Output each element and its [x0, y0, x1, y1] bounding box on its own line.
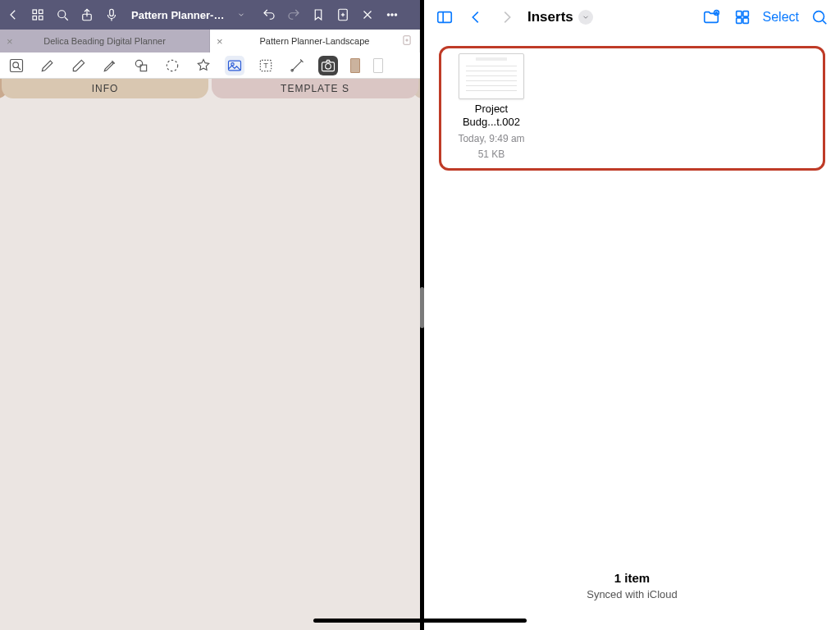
svg-point-14 — [387, 14, 389, 16]
file-item[interactable]: Project Budg...t.002 Today, 9:49 am 51 K… — [445, 53, 538, 162]
nav-back-icon[interactable] — [465, 7, 486, 28]
redo-icon[interactable] — [285, 7, 302, 23]
nav-forward-icon — [496, 7, 518, 28]
highlighter-tool-icon[interactable] — [100, 56, 120, 75]
svg-point-4 — [58, 11, 66, 18]
category-tab-info[interactable]: INFO — [2, 79, 208, 98]
tab-label: Pattern Planner-Landscape — [260, 36, 370, 46]
doc-tabbar: × Delica Beading Digital Planner × Patte… — [0, 30, 420, 52]
svg-line-22 — [18, 66, 21, 69]
svg-rect-0 — [33, 10, 37, 14]
svg-point-21 — [13, 62, 19, 67]
svg-point-30 — [291, 69, 294, 71]
chevron-down-icon — [578, 10, 593, 25]
svg-point-42 — [814, 11, 824, 22]
home-indicator[interactable] — [313, 619, 527, 623]
lasso-tool-icon[interactable] — [162, 56, 182, 75]
svg-rect-39 — [742, 11, 747, 16]
tab-close-icon[interactable]: × — [217, 35, 223, 48]
item-count: 1 item — [424, 571, 840, 585]
svg-rect-41 — [742, 18, 747, 23]
location-dropdown[interactable]: Inserts — [527, 9, 593, 25]
image-tool-icon[interactable] — [225, 56, 244, 75]
svg-rect-38 — [736, 11, 741, 16]
search-icon[interactable] — [809, 7, 830, 28]
files-grid: Project Budg...t.002 Today, 9:49 am 51 K… — [424, 34, 840, 571]
svg-point-25 — [167, 60, 177, 71]
goodnotes-pane: Pattern Planner-La... × Delica Beading D… — [0, 0, 420, 630]
tab-label: Delica Beading Digital Planner — [43, 36, 166, 46]
file-size: 51 KB — [478, 148, 505, 162]
file-highlight: Project Budg...t.002 Today, 9:49 am 51 K… — [439, 46, 825, 171]
svg-rect-1 — [39, 10, 43, 14]
sidebar-toggle-icon[interactable] — [434, 7, 455, 28]
svg-point-23 — [135, 60, 142, 66]
svg-rect-20 — [11, 59, 23, 71]
close-icon[interactable] — [359, 7, 376, 23]
add-page-icon[interactable] — [335, 7, 351, 23]
more-icon[interactable] — [384, 7, 400, 23]
svg-rect-3 — [39, 16, 43, 21]
svg-line-43 — [823, 21, 826, 24]
page-template-a-icon[interactable] — [349, 56, 361, 75]
file-name: Project Budg...t.002 — [463, 103, 520, 130]
doc-tab-1[interactable]: × Pattern Planner-Landscape — [210, 30, 420, 52]
mic-icon[interactable] — [103, 7, 120, 23]
doc-tab-0[interactable]: × Delica Beading Digital Planner — [0, 30, 210, 52]
eraser-tool-icon[interactable] — [69, 56, 89, 75]
grid-icon[interactable] — [30, 7, 46, 23]
svg-rect-33 — [438, 12, 452, 23]
svg-text:T: T — [263, 62, 268, 70]
svg-point-15 — [391, 14, 393, 16]
location-title: Inserts — [527, 9, 573, 25]
page-template-b-icon[interactable] — [372, 56, 384, 75]
laser-tool-icon[interactable] — [287, 56, 307, 75]
sticker-tool-icon[interactable] — [194, 56, 213, 75]
text-tool-icon[interactable]: T — [256, 56, 276, 75]
svg-point-16 — [395, 14, 396, 16]
undo-icon[interactable] — [261, 7, 277, 23]
category-tab-templates[interactable]: TEMPLATE S — [212, 79, 418, 98]
svg-point-27 — [231, 62, 234, 65]
document-canvas[interactable]: INFO TEMPLATE S — [0, 79, 420, 630]
back-icon[interactable] — [5, 7, 21, 23]
svg-rect-2 — [33, 16, 37, 21]
view-grid-icon[interactable] — [732, 7, 753, 28]
bookmark-icon[interactable] — [310, 7, 326, 23]
new-folder-icon[interactable] — [701, 7, 722, 28]
file-thumbnail-icon — [459, 53, 524, 99]
svg-rect-7 — [110, 9, 114, 16]
share-icon[interactable] — [79, 7, 95, 23]
file-timestamp: Today, 9:49 am — [458, 133, 524, 146]
files-pane: Inserts Select Project — [424, 0, 840, 630]
select-button[interactable]: Select — [763, 10, 799, 25]
svg-point-32 — [326, 63, 331, 69]
category-tabs: INFO TEMPLATE S — [0, 79, 420, 98]
doc-title: Pattern Planner-La... — [131, 9, 230, 21]
sync-status: Synced with iCloud — [424, 588, 840, 600]
doc-title-dropdown[interactable]: Pattern Planner-La... — [131, 7, 249, 23]
goodnotes-topbar: Pattern Planner-La... — [0, 0, 420, 30]
goodnotes-toolbar: T — [0, 52, 420, 79]
tab-add-page-icon[interactable] — [401, 34, 413, 48]
tab-close-icon[interactable]: × — [7, 35, 13, 48]
shape-tool-icon[interactable] — [131, 56, 151, 75]
files-topbar: Inserts Select — [424, 0, 840, 34]
zoom-tool-icon[interactable] — [7, 56, 26, 75]
search-icon[interactable] — [54, 7, 71, 23]
svg-rect-40 — [736, 18, 741, 23]
chevron-down-icon — [233, 7, 249, 23]
pen-tool-icon[interactable] — [38, 56, 57, 75]
camera-tool-icon[interactable] — [318, 56, 338, 75]
svg-line-5 — [65, 17, 68, 21]
